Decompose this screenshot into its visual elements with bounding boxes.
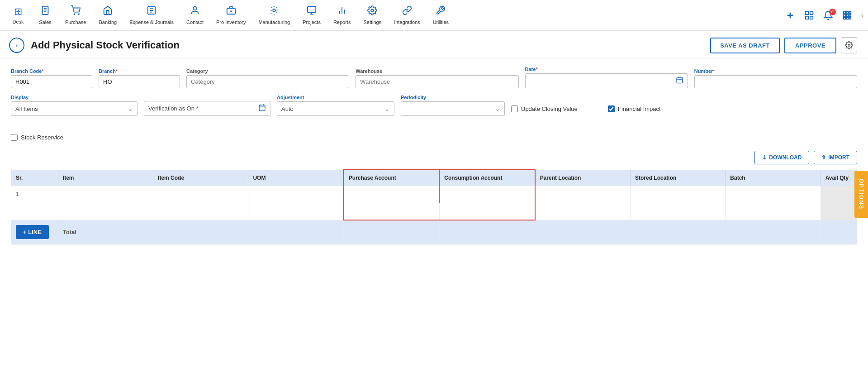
add-button[interactable] xyxy=(783,9,798,22)
consumption-account-input[interactable] xyxy=(444,191,530,197)
branch-code-field: Branch Code xyxy=(11,68,92,88)
page-header: ‹ Add Physical Stock Verification SAVE A… xyxy=(0,31,868,58)
uom-input[interactable] xyxy=(253,191,338,197)
display-field: Display All Items ⌄ xyxy=(11,95,138,116)
svg-rect-33 xyxy=(849,14,851,17)
category-input[interactable] xyxy=(186,75,349,88)
import-button[interactable]: ⇧ IMPORT xyxy=(814,151,857,164)
calendar-icon[interactable] xyxy=(676,76,683,86)
nav-integrations[interactable]: Integrations xyxy=(388,2,426,29)
cell-item-code[interactable] xyxy=(153,186,248,203)
back-button[interactable]: ‹ xyxy=(9,38,24,53)
verification-input[interactable]: Verification as On * xyxy=(144,101,270,116)
stock-reserve-label: Stock Reservice xyxy=(21,134,63,141)
periodicity-select[interactable]: ⌄ xyxy=(401,101,505,116)
page-title: Add Physical Stock Verification xyxy=(31,39,710,51)
projects-label: Projects xyxy=(303,19,321,25)
settings-icon xyxy=(367,5,377,18)
cell-consumption-account[interactable] xyxy=(439,186,535,203)
cell-purchase-account[interactable] xyxy=(344,186,439,203)
grid-button[interactable] xyxy=(802,9,817,22)
notification-button[interactable]: 0 xyxy=(821,9,836,22)
branch-field: Branch xyxy=(99,68,180,88)
col-batch: Batch xyxy=(726,170,821,186)
warehouse-input[interactable] xyxy=(356,75,518,88)
apps-button[interactable] xyxy=(840,9,855,22)
cell-uom[interactable] xyxy=(248,186,344,203)
svg-rect-24 xyxy=(805,11,808,14)
nav-sales[interactable]: Sales xyxy=(32,2,59,29)
download-icon: ⇣ xyxy=(762,154,767,161)
svg-rect-26 xyxy=(805,16,808,19)
save-draft-button[interactable]: SAVE AS DRAFT xyxy=(710,38,780,53)
branch-code-input[interactable] xyxy=(11,75,92,88)
cell-batch[interactable] xyxy=(726,186,821,203)
stored-location-input[interactable] xyxy=(635,191,721,197)
svg-rect-31 xyxy=(843,14,845,17)
batch-input[interactable] xyxy=(730,191,816,197)
desk-icon: ⊞ xyxy=(14,6,22,18)
nav-purchase[interactable]: Purchase xyxy=(59,2,92,29)
number-input[interactable] xyxy=(694,75,857,88)
table-header-row: Sr. Item Item Code UOM Purchase Account … xyxy=(11,170,857,186)
nav-settings[interactable]: Settings xyxy=(357,2,388,29)
number-field: Number xyxy=(694,68,857,88)
display-label: Display xyxy=(11,95,138,100)
nav-utilities[interactable]: Utilities xyxy=(427,2,455,29)
col-stored-location: Stored Location xyxy=(631,170,726,186)
verification-value: Verification as On * xyxy=(148,105,258,112)
item-input[interactable] xyxy=(63,191,148,197)
nav-manufacturing[interactable]: Manufacturing xyxy=(252,2,296,29)
date-input[interactable] xyxy=(525,73,688,88)
svg-point-37 xyxy=(848,44,850,47)
approve-button[interactable]: APPROVE xyxy=(784,38,836,53)
verification-calendar-icon[interactable] xyxy=(258,104,266,113)
svg-rect-28 xyxy=(843,11,845,14)
form-row-1: Branch Code Branch Category Warehouse Da… xyxy=(11,67,857,88)
category-field: Category xyxy=(186,68,349,88)
col-item-code: Item Code xyxy=(153,170,248,186)
action-row: ⇣ DOWNLOAD ⇧ IMPORT xyxy=(0,148,868,169)
page-settings-button[interactable] xyxy=(841,37,857,53)
category-label: Category xyxy=(186,68,349,74)
update-closing-checkbox[interactable] xyxy=(511,105,518,112)
adjustment-value: Auto xyxy=(281,105,384,112)
add-line-button[interactable]: + LINE xyxy=(16,225,49,239)
col-purchase-account: Purchase Account xyxy=(344,170,439,186)
stock-reserve-area: Stock Reservice xyxy=(0,127,868,148)
cell-item[interactable] xyxy=(58,186,153,203)
nav-contact[interactable]: Contact xyxy=(180,2,210,29)
adjustment-select[interactable]: Auto ⌄ xyxy=(277,101,394,116)
svg-point-4 xyxy=(74,14,75,14)
sales-label: Sales xyxy=(39,19,52,25)
cell-stored-location[interactable] xyxy=(631,186,726,203)
nav-pro-inventory[interactable]: Pro Inventory xyxy=(210,2,252,29)
cell-parent-location[interactable] xyxy=(535,186,631,203)
svg-rect-29 xyxy=(846,11,849,14)
branch-input[interactable] xyxy=(99,75,180,88)
nav-reports[interactable]: Reports xyxy=(327,2,357,29)
adjustment-chevron-icon: ⌄ xyxy=(384,105,390,112)
integrations-icon xyxy=(402,5,412,18)
display-select[interactable]: All Items ⌄ xyxy=(11,101,138,116)
col-avail-qty: Avail Qty xyxy=(821,170,857,186)
utilities-icon xyxy=(436,5,446,18)
options-tab[interactable]: OPTIONS xyxy=(854,170,868,217)
nav-desk[interactable]: ⊞ Desk xyxy=(5,2,32,28)
stock-reserve-checkbox[interactable] xyxy=(11,134,18,141)
parent-location-input[interactable] xyxy=(540,191,626,197)
financial-impact-checkbox[interactable] xyxy=(608,105,615,112)
nav-expand-icon[interactable]: › xyxy=(861,11,863,19)
nav-expense-journals[interactable]: Expense & Journals xyxy=(123,2,180,29)
download-button[interactable]: ⇣ DOWNLOAD xyxy=(754,151,809,164)
nav-projects[interactable]: Projects xyxy=(296,2,327,29)
item-code-input[interactable] xyxy=(158,191,243,197)
total-label: Total xyxy=(58,220,153,244)
total-row: + LINE Total xyxy=(11,220,857,244)
table-empty-row xyxy=(11,203,857,220)
svg-rect-30 xyxy=(849,11,851,14)
purchase-account-input[interactable] xyxy=(349,191,434,197)
nav-banking[interactable]: Banking xyxy=(92,2,123,29)
form-area: Branch Code Branch Category Warehouse Da… xyxy=(0,58,868,127)
svg-rect-36 xyxy=(849,17,851,19)
